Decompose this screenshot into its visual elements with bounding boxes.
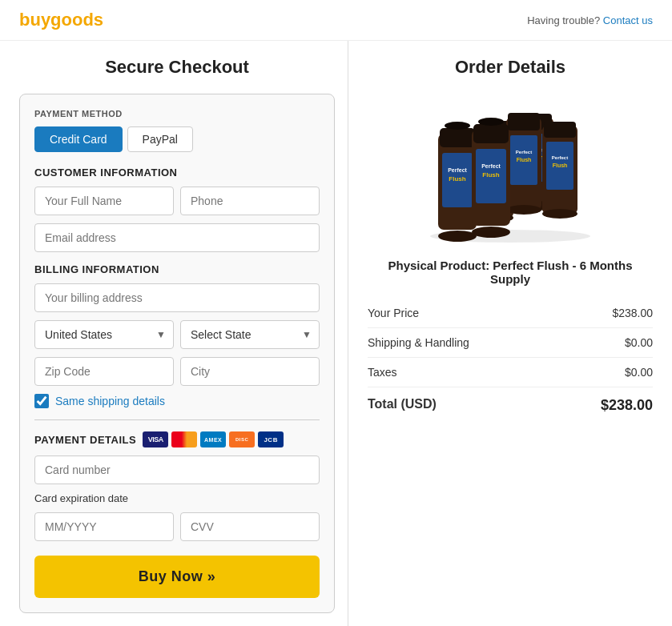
right-panel: Order Details Perfect Flush Perfect [348, 41, 653, 626]
svg-point-23 [506, 205, 541, 215]
cvv-input[interactable] [180, 512, 320, 541]
svg-rect-7 [544, 122, 576, 138]
left-panel: Secure Checkout PAYMENT METHOD Credit Ca… [19, 41, 348, 626]
payment-tabs: Credit Card PayPal [34, 126, 320, 152]
svg-text:Perfect: Perfect [448, 167, 467, 173]
svg-text:Perfect: Perfect [552, 155, 568, 160]
taxes-label: Taxes [368, 366, 397, 379]
price-value: $238.00 [612, 307, 653, 319]
svg-point-36 [478, 118, 504, 126]
mastercard-icon [171, 431, 197, 447]
svg-text:Flush: Flush [553, 163, 568, 168]
order-line-taxes: Taxes $0.00 [368, 358, 653, 387]
main-layout: Secure Checkout PAYMENT METHOD Credit Ca… [0, 41, 672, 626]
card-number-row [34, 455, 320, 484]
tab-paypal[interactable]: PayPal [127, 126, 193, 152]
visa-icon: VISA [143, 431, 168, 447]
divider [34, 419, 320, 420]
svg-rect-19 [508, 113, 540, 130]
full-name-input[interactable] [34, 187, 174, 215]
order-line-shipping: Shipping & Handling $0.00 [368, 328, 653, 358]
payment-details-text: PAYMENT DETAILS [34, 434, 136, 446]
total-value: $238.00 [601, 397, 653, 414]
checkout-card: PAYMENT METHOD Credit Card PayPal CUSTOM… [19, 94, 335, 613]
email-row [34, 223, 320, 252]
amex-icon: AMEX [200, 431, 226, 447]
country-select[interactable]: United States [34, 320, 174, 349]
header: buygoods Having trouble? Contact us [0, 0, 672, 41]
card-number-input[interactable] [34, 455, 320, 484]
total-label: Total (USD) [368, 397, 437, 414]
same-shipping-row: Same shipping details [34, 394, 320, 408]
order-line-price: Your Price $238.00 [368, 299, 653, 328]
contact-link[interactable]: Contact us [603, 14, 653, 26]
city-input[interactable] [180, 357, 320, 386]
product-image-area: Perfect Flush Perfect Flush [368, 94, 653, 246]
trouble-text: Having trouble? [527, 14, 600, 26]
same-shipping-checkbox[interactable] [34, 394, 49, 408]
zip-input[interactable] [34, 357, 174, 386]
svg-text:Flush: Flush [482, 171, 499, 179]
jcb-icon: JCB [258, 431, 284, 447]
same-shipping-label[interactable]: Same shipping details [55, 395, 165, 407]
shipping-value: $0.00 [625, 336, 653, 349]
header-right: Having trouble? Contact us [527, 14, 653, 26]
order-line-total: Total (USD) $238.00 [368, 387, 653, 422]
product-image: Perfect Flush Perfect Flush [414, 94, 606, 246]
state-select-wrap: Select State ▼ [180, 320, 320, 349]
expiry-cvv-row [34, 512, 320, 541]
svg-text:Flush: Flush [517, 157, 532, 163]
order-title: Order Details [368, 57, 653, 78]
buy-now-button[interactable]: Buy Now » [34, 556, 320, 598]
svg-text:Flush: Flush [449, 175, 465, 183]
payment-method-label: PAYMENT METHOD [34, 109, 320, 118]
billing-info-heading: BILLING INFORMATION [34, 263, 320, 275]
phone-input[interactable] [180, 187, 320, 215]
payment-details-heading: PAYMENT DETAILS VISA AMEX DISC JCB [34, 431, 320, 447]
zip-city-row [34, 357, 320, 386]
svg-text:Perfect: Perfect [516, 150, 532, 154]
billing-address-row [34, 283, 320, 312]
discover-icon: DISC [229, 431, 255, 447]
svg-rect-25 [440, 128, 475, 147]
svg-point-11 [542, 209, 577, 219]
state-select[interactable]: Select State [180, 320, 320, 349]
svg-point-38 [430, 230, 590, 243]
svg-rect-32 [473, 124, 509, 143]
logo: buygoods [19, 10, 103, 30]
logo-text: buygoods [19, 10, 103, 30]
billing-address-input[interactable] [34, 283, 320, 312]
svg-text:Perfect: Perfect [481, 163, 501, 169]
email-input[interactable] [34, 223, 320, 252]
taxes-value: $0.00 [625, 366, 653, 379]
name-phone-row [34, 187, 320, 215]
checkout-title: Secure Checkout [19, 57, 335, 78]
expiry-input[interactable] [34, 512, 174, 541]
product-description: Physical Product: Perfect Flush - 6 Mont… [368, 259, 653, 286]
order-lines: Your Price $238.00 Shipping & Handling $… [368, 299, 653, 422]
shipping-label: Shipping & Handling [368, 336, 469, 349]
tab-credit-card[interactable]: Credit Card [34, 126, 123, 152]
country-state-row: United States ▼ Select State ▼ [34, 320, 320, 349]
svg-point-29 [445, 122, 470, 130]
card-expiry-label: Card expiration date [34, 492, 320, 504]
customer-info-heading: CUSTOMER INFORMATION [34, 167, 320, 179]
card-icons: VISA AMEX DISC JCB [143, 431, 284, 447]
country-select-wrap: United States ▼ [34, 320, 174, 349]
price-label: Your Price [368, 307, 419, 319]
